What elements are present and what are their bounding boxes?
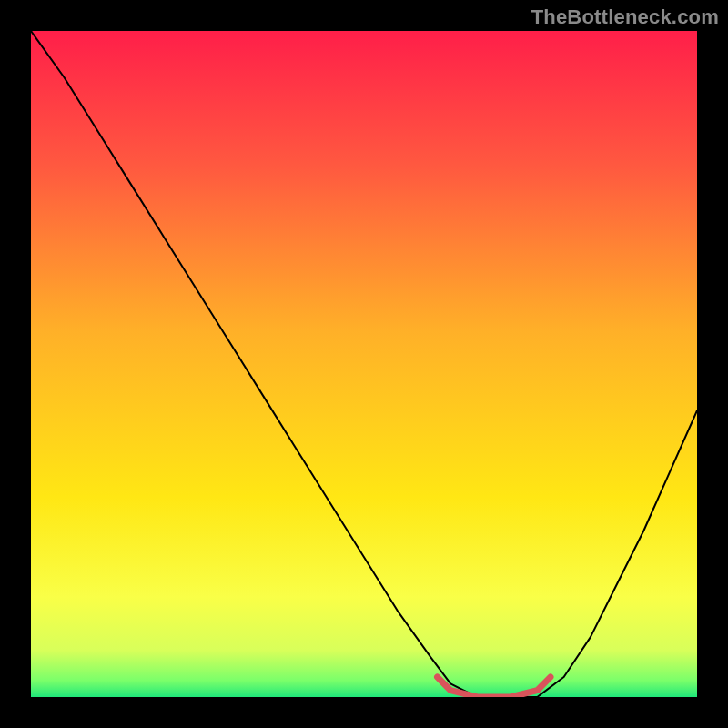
plot-area [31, 31, 697, 697]
optimal-range [438, 677, 551, 697]
curve-layer [31, 31, 697, 697]
chart-frame: TheBottleneck.com [0, 0, 728, 728]
watermark-text: TheBottleneck.com [531, 5, 719, 29]
bottleneck-curve [31, 31, 697, 697]
